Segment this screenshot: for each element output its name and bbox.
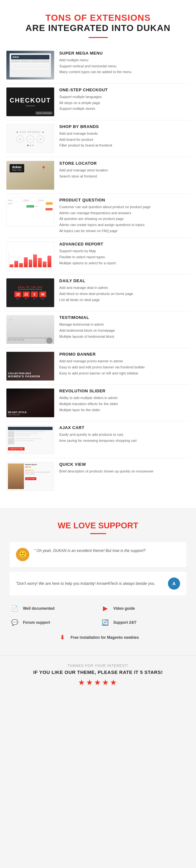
ext-content-locator: STORE LOCATOR Add and manage store locat…: [59, 161, 190, 179]
ext-item-report: ADVANCED REPORT Support reports by Map F…: [6, 242, 190, 275]
ext-content-mega-menu: SUPER MEGA MENU Add multiple menu Suppor…: [59, 51, 190, 75]
support-247-icon: 🔄: [100, 617, 110, 628]
support-reply-text: "Don't worry! We are here to help you in…: [16, 581, 163, 587]
download-icon: ⬇: [57, 632, 67, 643]
ext-title-deal: DAILY DEAL: [59, 278, 190, 283]
ext-thumb-mega-menu: dukan: [6, 51, 54, 80]
ext-item-promo: COLLECTION 2015 WOMEN'S FASHION PROMO BA…: [6, 352, 190, 385]
ext-content-promo: PROMO BANNER Add and manage promo banner…: [59, 352, 190, 376]
extensions-section: dukan SUPER MEGA MENU Add multiple menu: [0, 48, 196, 508]
forum-icon: 💬: [9, 617, 20, 628]
ext-desc-question: Customer can ask question about product …: [59, 204, 190, 234]
ext-title-revolution: REVOLUTION SLIDER: [59, 389, 190, 393]
ext-desc-report: Support reports by Map Flexible to selec…: [59, 248, 190, 266]
support-quote-box: 🙂 " Oh yeah, DUKAN is an excellent theme…: [9, 542, 187, 567]
ext-content-ajax-cart: AJAX CART Easily and quickly to add prod…: [59, 425, 190, 443]
ext-content-revolution: REVOLUTION SLIDER Ability to add multipl…: [59, 389, 190, 413]
ext-thumb-ajax-cart: CHECKOUT NOW: [6, 425, 54, 454]
ext-thumb-quick-view: Numero Bag #5 $89.00 ★★★★★ A quick descr…: [6, 462, 54, 491]
support-feature-forum: 💬 Forum support: [9, 617, 96, 628]
ext-title-quick-view: QUICK VIEW: [59, 462, 190, 467]
ext-title-brands: SHOP BY BRANDS: [59, 124, 190, 129]
ext-desc-mega-menu: Add multiple menu Support vertical and h…: [59, 57, 190, 75]
support-free-install: ⬇ Free installation for Magento newbies: [9, 632, 187, 643]
ext-desc-testimonial: Manage testimonial in admin Add testimon…: [59, 321, 190, 339]
footer-stars: ★★★★★: [6, 678, 190, 687]
ext-title-checkout: ONE-STEP CHECKOUT: [59, 88, 190, 92]
deal-ms: 40: [39, 291, 46, 297]
support-question-avatar: 🙂: [16, 548, 29, 561]
support-reply-box: "Don't worry! We are here to help you in…: [9, 572, 187, 595]
ext-thumb-brands: ◆ OUR BRANDS ◆ L ✦ W: [6, 124, 54, 153]
ext-item-deal: DEAL OF THE DAY the brand and collection…: [6, 278, 190, 311]
ext-item-ajax-cart: CHECKOUT NOW AJAX CART Easily and quickl…: [6, 425, 190, 458]
header-section: TONS OF EXTENSIONS ARE INTEGRATED INTO D…: [0, 0, 196, 48]
ext-content-question: PRODUCT QUESTION Customer can ask questi…: [59, 197, 190, 234]
ext-content-deal: DAILY DEAL Add and manage deal in admin …: [59, 278, 190, 303]
footer-rate-text: IF YOU LIKE OUR THEME, PLEASE RATE IT 5 …: [6, 670, 190, 675]
ext-desc-deal: Add and manage deal in admin Add block t…: [59, 285, 190, 303]
support-feature-247: 🔄 Support 24/7: [100, 617, 187, 628]
ext-content-testimonial: TESTIMONIAL Manage testimonial in admin …: [59, 315, 190, 339]
ext-thumb-promo: COLLECTION 2015 WOMEN'S FASHION: [6, 352, 54, 380]
support-features-grid: 📄 Well documented ▶ Video guide 💬 Forum …: [9, 603, 187, 628]
ext-thumb-report: [6, 242, 54, 270]
ext-item-quick-view: Numero Bag #5 $89.00 ★★★★★ A quick descr…: [6, 462, 190, 495]
ext-item-locator: dukan New York 📍 STORE LOCATOR Add and m…: [6, 161, 190, 194]
ext-item-revolution: ER HOT STYLE LLECTION 2015 REVOLUTION SL…: [6, 389, 190, 422]
ext-title-locator: STORE LOCATOR: [59, 161, 190, 166]
ext-item-brands: ◆ OUR BRANDS ◆ L ✦ W SHOP BY BRANDS Add …: [6, 124, 190, 157]
ext-thumb-testimonial: " Our clients said something very nice a…: [6, 315, 54, 344]
header-divider: [89, 37, 108, 38]
header-title-bottom: ARE INTEGRATED INTO DUKAN: [6, 23, 190, 33]
ext-thumb-checkout: CHECKOUT ━━━━━━━ Home / Checkout: [6, 88, 54, 116]
support-quote-text: " Oh yeah, DUKAN is an excellent theme! …: [34, 548, 146, 554]
header-title-top: TONS OF EXTENSIONS: [6, 13, 190, 23]
support-title: WE LOVE SUPPORT: [9, 521, 187, 531]
ext-title-mega-menu: SUPER MEGA MENU: [59, 51, 190, 56]
ext-content-quick-view: QUICK VIEW Brief description of products…: [59, 462, 190, 474]
ext-title-question: PRODUCT QUESTION: [59, 197, 190, 203]
ext-desc-promo: Add and manage promo banner in admin Eas…: [59, 358, 190, 376]
ext-thumb-question: Status Visibility Actions 25-23 Pending …: [6, 197, 54, 226]
ext-title-ajax-cart: AJAX CART: [59, 425, 190, 430]
ext-item-testimonial: " Our clients said something very nice a…: [6, 315, 190, 348]
ext-thumb-revolution: ER HOT STYLE LLECTION 2015: [6, 389, 54, 417]
ext-item-checkout: CHECKOUT ━━━━━━━ Home / Checkout ONE-STE…: [6, 88, 190, 120]
support-feature-doc: 📄 Well documented: [9, 603, 96, 614]
ext-desc-ajax-cart: Easily and quickly to add products to ca…: [59, 432, 190, 443]
ext-content-checkout: ONE-STEP CHECKOUT Support multiple langu…: [59, 88, 190, 112]
ext-desc-brands: Add and manage brands Add brand for prod…: [59, 130, 190, 149]
support-section: WE LOVE SUPPORT 🙂 " Oh yeah, DUKAN is an…: [0, 508, 196, 655]
footer-section: THANKS FOR YOUR INTEREST! IF YOU LIKE OU…: [0, 655, 196, 696]
ext-content-brands: SHOP BY BRANDS Add and manage brands Add…: [59, 124, 190, 149]
ext-item-mega-menu: dukan SUPER MEGA MENU Add multiple menu: [6, 51, 190, 84]
ext-title-report: ADVANCED REPORT: [59, 242, 190, 246]
ext-thumb-deal: DEAL OF THE DAY the brand and collection…: [6, 278, 54, 307]
support-divider: [90, 533, 106, 534]
footer-thanks: THANKS FOR YOUR INTEREST!: [6, 664, 190, 668]
ext-desc-locator: Add and manage store location Search sto…: [59, 167, 190, 179]
doc-icon: 📄: [9, 603, 20, 614]
video-icon: ▶: [100, 603, 110, 614]
ext-item-question: Status Visibility Actions 25-23 Pending …: [6, 197, 190, 238]
ext-desc-revolution: Ability to add multiple sliders in admin…: [59, 395, 190, 413]
ext-desc-quick-view: Brief description of products shown up q…: [59, 468, 190, 474]
ext-content-report: ADVANCED REPORT Support reports by Map F…: [59, 242, 190, 266]
deal-hours: 18: [14, 291, 22, 297]
deal-seconds: 5: [31, 291, 38, 297]
support-reply-avatar: A: [168, 578, 180, 590]
ext-title-testimonial: TESTIMONIAL: [59, 315, 190, 320]
ext-title-promo: PROMO BANNER: [59, 352, 190, 356]
ext-thumb-locator: dukan New York 📍: [6, 161, 54, 190]
support-feature-video: ▶ Video guide: [100, 603, 187, 614]
ext-desc-checkout: Support multiple languages All steps on …: [59, 94, 190, 112]
deal-minutes: 23: [23, 291, 30, 297]
